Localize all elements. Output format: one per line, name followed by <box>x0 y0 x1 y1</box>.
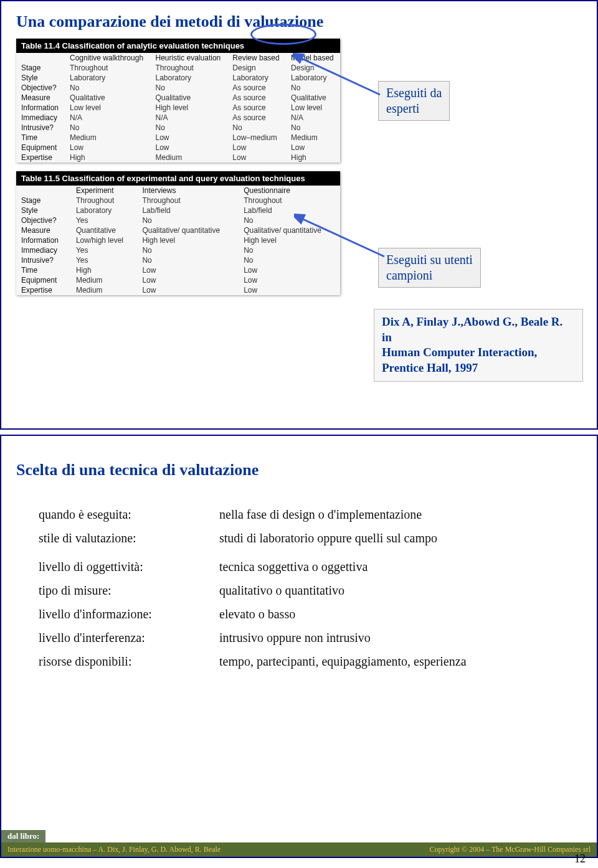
table115-caption: Table 11.5 Classification of experimenta… <box>16 171 340 186</box>
table115-body: Experiment Interviews Questionnaire Stag… <box>16 186 340 295</box>
table-cell: Medium <box>65 133 151 143</box>
criteria-row: livello d'informazione:elevato o basso <box>39 604 572 624</box>
t114-h1: Cognitive walkthrough <box>65 53 151 63</box>
table-cell: Medium <box>71 275 137 285</box>
table-cell: Throughout <box>151 63 228 73</box>
table-cell: Style <box>16 73 65 83</box>
table-cell: No <box>286 123 340 133</box>
table-cell: Immediacy <box>16 113 65 123</box>
table-cell: Low <box>65 143 151 153</box>
table-cell: Medium <box>71 285 137 295</box>
slide2-title: Scelta di una tecnica di valutazione <box>1 436 597 486</box>
criteria-list: quando è eseguita:nella fase di design o… <box>39 504 572 671</box>
table-cell: Low <box>137 285 239 295</box>
table-cell: Measure <box>16 225 71 235</box>
table-cell: As source <box>227 103 286 113</box>
table-cell: Throughout <box>239 196 340 205</box>
table-cell: Low <box>151 133 228 143</box>
table-cell: Laboratory <box>286 73 340 83</box>
table-cell: As source <box>227 83 286 93</box>
table-cell: No <box>239 215 340 225</box>
reference-citation: Dix A, Finlay J.,Abowd G., Beale R. inHu… <box>374 309 583 382</box>
table-cell: High <box>65 153 151 163</box>
table-cell: No <box>239 245 340 255</box>
table-cell: No <box>239 255 340 265</box>
table114-body: Cognitive walkthrough Heuristic evaluati… <box>16 53 340 163</box>
table-cell: Objective? <box>16 83 65 93</box>
table-cell: No <box>137 215 239 225</box>
table-cell: Qualitative/ quantitative <box>137 225 239 235</box>
criteria-value: tempo, partecipanti, equipaggiamento, es… <box>219 651 572 671</box>
table-cell: High <box>286 153 340 163</box>
table-cell: Objective? <box>16 215 71 225</box>
table-cell: Measure <box>16 93 65 103</box>
page-number: 12 <box>574 852 586 863</box>
table-cell: Medium <box>286 133 340 143</box>
criteria-label: risorse disponibili: <box>39 651 219 671</box>
criteria-label: livello di oggettività: <box>39 557 219 577</box>
table-cell: Yes <box>71 245 137 255</box>
slide-1: Una comparazione dei metodi di valutazio… <box>0 0 598 430</box>
table-cell: Throughout <box>137 196 239 205</box>
table-11-5: Table 11.5 Classification of experimenta… <box>16 171 340 295</box>
table-cell: Design <box>227 63 286 73</box>
table-cell: Style <box>16 205 71 215</box>
table-cell: Time <box>16 265 71 275</box>
table-cell: Laboratory <box>151 73 228 83</box>
table-cell: As source <box>227 93 286 103</box>
table-cell: High level <box>137 235 239 245</box>
table-cell: Intrusive? <box>16 255 71 265</box>
criteria-value: studi di laboratorio oppure quelli sul c… <box>219 528 572 548</box>
criteria-value: qualitativo o quantitativo <box>219 580 572 600</box>
table-cell: Low <box>137 265 239 275</box>
footer-copyright: Copyright © 2004 – The McGraw-Hill Compa… <box>429 845 591 854</box>
table-cell: Yes <box>71 215 137 225</box>
table-cell: No <box>227 123 286 133</box>
table-cell: Information <box>16 235 71 245</box>
criteria-row: tipo di misure:qualitativo o quantitativ… <box>39 580 572 600</box>
table-cell: Low <box>227 153 286 163</box>
table-cell: Qualitative <box>65 93 151 103</box>
t114-h4: Model based <box>286 53 340 63</box>
table-cell: High level <box>239 235 340 245</box>
t115-h2: Interviews <box>137 186 239 196</box>
table-cell: Laboratory <box>65 73 151 83</box>
table-cell: Low <box>239 265 340 275</box>
table-cell: N/A <box>65 113 151 123</box>
table-cell: Throughout <box>71 196 137 205</box>
table-cell: Equipment <box>16 143 65 153</box>
table-cell: High <box>71 265 137 275</box>
criteria-label: livello d'informazione: <box>39 604 219 624</box>
t114-h2: Heuristic evaluation <box>151 53 228 63</box>
table-cell: N/A <box>286 113 340 123</box>
table-cell: Quantitative <box>71 225 137 235</box>
table-cell: Low <box>239 285 340 295</box>
table-cell: Lab/field <box>137 205 239 215</box>
slide2-footer: dal libro: Interazione uomo-macchina – A… <box>1 830 597 857</box>
criteria-row: risorse disponibili:tempo, partecipanti,… <box>39 651 572 671</box>
table-cell: Low <box>239 275 340 285</box>
table-cell: As source <box>227 113 286 123</box>
t115-h1: Experiment <box>71 186 137 196</box>
table-cell: Low–medium <box>227 133 286 143</box>
table-cell: Medium <box>151 153 228 163</box>
table-cell: Laboratory <box>71 205 137 215</box>
table-cell: Yes <box>71 255 137 265</box>
table-cell: Qualitative/ quantitative <box>239 225 340 235</box>
table-cell: Lab/field <box>239 205 340 215</box>
footer-citation: Interazione uomo-macchina – A. Dix, J. F… <box>7 845 221 854</box>
table-cell: Expertise <box>16 285 71 295</box>
table-cell: Qualitative <box>286 93 340 103</box>
table-cell: Low/high level <box>71 235 137 245</box>
callout-users: Eseguiti su utenticampioni <box>378 248 481 288</box>
criteria-value: intrusivo oppure non intrusivo <box>219 628 572 648</box>
table-cell: No <box>137 255 239 265</box>
table-cell: Design <box>286 63 340 73</box>
criteria-value: nella fase di design o d'implementazione <box>219 504 572 524</box>
table-11-4: Table 11.4 Classification of analytic ev… <box>16 39 340 163</box>
circle-annotation <box>250 24 316 45</box>
table-cell: Low <box>227 143 286 153</box>
t115-h3: Questionnaire <box>239 186 340 196</box>
criteria-label: tipo di misure: <box>39 580 219 600</box>
table-cell: Time <box>16 133 65 143</box>
